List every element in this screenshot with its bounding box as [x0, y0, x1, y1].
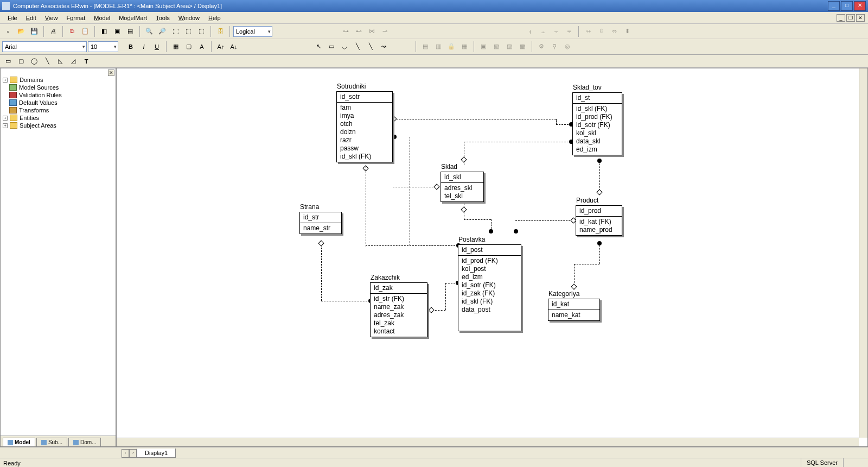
mm-3: 🔒 [445, 41, 457, 53]
model-explorer-panel: ✕ + Domains Model Sources Validation Rul… [0, 68, 116, 447]
nonid-rel-tool[interactable]: ╲ [365, 41, 376, 53]
shape-line[interactable]: ╲ [41, 55, 53, 67]
minimize-button[interactable]: _ [828, 1, 840, 11]
line-color-button[interactable]: ▢ [183, 41, 195, 53]
entity-postavka[interactable]: Postavka id_post id_prod (FK) kol_post e… [458, 244, 521, 331]
mm2-icon: ▥ [436, 43, 441, 50]
zoom-region-button[interactable]: ⬚ [195, 26, 207, 37]
entity-sklad-tov[interactable]: Sklad_tov id_st id_skl (FK) id_prod (FK)… [572, 92, 622, 155]
italic-button[interactable]: I [138, 41, 150, 53]
shape-polyline[interactable]: ◿ [67, 55, 79, 67]
tree-node-subject-areas[interactable]: + Subject Areas [2, 122, 114, 129]
id-rel-tool[interactable]: ╲ [352, 41, 363, 53]
mdi-close-button[interactable]: ✕ [856, 14, 865, 22]
entity-sotrudniki[interactable]: Sotrudniki id_sotr fam imya otch dolzn r… [336, 91, 393, 162]
model-type-combo[interactable]: Logical [233, 26, 272, 37]
tab-nav-first[interactable]: ‹ [122, 449, 129, 458]
attr: ed_izm [462, 273, 518, 281]
horizontal-scrollbar[interactable] [117, 438, 859, 446]
shape-ellipse[interactable]: ◯ [28, 55, 40, 67]
pk-attr: id_post [462, 246, 518, 254]
subject-tab-icon [41, 440, 47, 445]
folder-icon [10, 77, 17, 83]
tree-node-transforms[interactable]: Transforms [2, 106, 114, 114]
tree-node-default-values[interactable]: Default Values [2, 99, 114, 106]
tree-node-domains[interactable]: + Domains [2, 76, 114, 84]
menu-tools[interactable]: Tools [151, 14, 174, 22]
expand-icon[interactable]: + [3, 123, 8, 128]
menu-modelmart[interactable]: ModelMart [114, 14, 151, 22]
zoom100-button[interactable]: ⬚ [182, 26, 194, 37]
expand-icon[interactable]: + [3, 116, 8, 121]
shape-rect[interactable]: ▭ [2, 55, 14, 67]
inc-button[interactable]: A↑ [215, 41, 227, 53]
diagram-canvas-wrap: Sotrudniki id_sotr fam imya otch dolzn r… [116, 68, 868, 447]
close-button[interactable]: ✕ [854, 1, 866, 11]
mdi-minimize-button[interactable]: _ [837, 14, 845, 22]
diagram-canvas[interactable]: Sotrudniki id_sotr fam imya otch dolzn r… [117, 68, 867, 446]
entity-zakazchik[interactable]: Zakazchik id_zak id_str (FK) name_zak ad… [370, 282, 427, 337]
pk-attr: id_str [303, 213, 338, 222]
model-tree[interactable]: + Domains Model Sources Validation Rules… [1, 68, 116, 436]
tree-node-validation-rules[interactable]: Validation Rules [2, 91, 114, 99]
attr: id_sotr (FK) [462, 281, 518, 289]
font-size-combo[interactable]: 10 [88, 41, 118, 52]
pk-attr: id_prod [579, 207, 618, 215]
subtype-tool[interactable]: ◡ [339, 41, 350, 53]
align-c: ⫠ [537, 26, 549, 37]
open-button[interactable]: 📂 [15, 26, 27, 37]
entity-tool[interactable]: ▭ [326, 41, 337, 53]
underline-button[interactable]: U [151, 41, 163, 53]
dec-button[interactable]: A↓ [228, 41, 240, 53]
menu-help[interactable]: Help [204, 14, 225, 22]
zoom-fit-button[interactable]: ⛶ [169, 26, 181, 37]
bold-button[interactable]: B [125, 41, 137, 53]
print-button[interactable]: 🖨 [47, 26, 59, 37]
mm-1: ▤ [419, 41, 431, 53]
shape-text[interactable]: T [80, 55, 92, 67]
menu-file[interactable]: File [3, 14, 22, 22]
mdi-restore-button[interactable]: ❐ [846, 14, 855, 22]
menu-format[interactable]: Format [62, 14, 90, 22]
zoom-out-button[interactable]: 🔍 [143, 26, 155, 37]
tab-domain[interactable]: Dom... [68, 438, 101, 446]
display-tab[interactable]: Display1 [137, 449, 176, 458]
attr: tel_zak [374, 319, 424, 327]
menu-window[interactable]: Window [174, 14, 204, 22]
entity-strana[interactable]: Strana id_str name_str [299, 212, 342, 234]
database-button[interactable]: 🗄 [214, 26, 226, 37]
paste-button[interactable]: 📋 [79, 26, 91, 37]
toggle-nav-button[interactable]: ◧ [98, 26, 110, 37]
vertical-scrollbar[interactable] [859, 68, 867, 438]
entity-sklad[interactable]: Sklad id_skl adres_skl tel_skl [441, 172, 484, 202]
shape-poly[interactable]: ◺ [54, 55, 66, 67]
menu-edit[interactable]: Edit [22, 14, 41, 22]
maximize-button[interactable]: □ [841, 1, 853, 11]
menu-model[interactable]: Model [90, 14, 114, 22]
expand-icon[interactable]: + [3, 78, 8, 83]
layout2-button[interactable]: ▤ [124, 26, 136, 37]
tab-nav-last[interactable]: › [129, 449, 137, 458]
menu-view[interactable]: View [41, 14, 62, 22]
mm7-icon: ▨ [507, 43, 512, 50]
font-name-combo[interactable]: Arial [2, 41, 87, 52]
mm10-icon: ⚲ [552, 43, 557, 50]
tab-subject[interactable]: Sub... [36, 438, 67, 446]
entity-product[interactable]: Product id_prod id_kat (FK) name_prod [576, 205, 622, 236]
layout1-button[interactable]: ▣ [111, 26, 123, 37]
zoom-in-button[interactable]: 🔎 [156, 26, 168, 37]
fill-color-button[interactable]: ▦ [170, 41, 182, 53]
attr: razr [340, 136, 389, 144]
tree-node-entities[interactable]: + Entities [2, 114, 114, 122]
save-button[interactable]: 💾 [28, 26, 40, 37]
shape-roundrect[interactable]: ▢ [15, 55, 27, 67]
entity-kategoriya[interactable]: Kategoriya id_kat name_kat [548, 299, 600, 321]
pointer-tool[interactable]: ↖ [312, 41, 324, 53]
panel-close-button[interactable]: ✕ [108, 70, 114, 76]
many-rel-tool[interactable]: ↝ [378, 41, 390, 53]
font-color-button[interactable]: A [196, 41, 208, 53]
copy-button[interactable]: ⧉ [66, 26, 78, 37]
tab-model[interactable]: Model [3, 438, 35, 446]
tree-node-model-sources[interactable]: Model Sources [2, 84, 114, 91]
new-button[interactable]: ▫ [2, 26, 14, 37]
